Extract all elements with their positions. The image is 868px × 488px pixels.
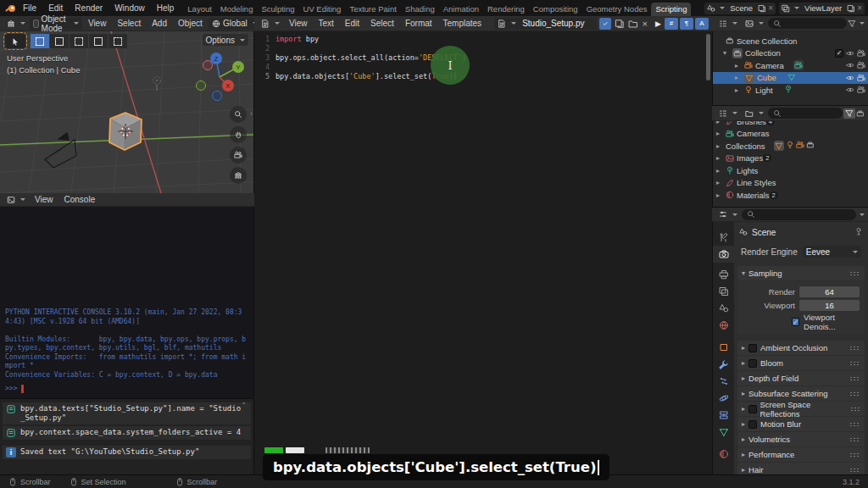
drag-grip-icon[interactable] (849, 346, 860, 351)
expand-icon[interactable]: ▸ (735, 62, 742, 69)
camera-restrict-icon[interactable] (857, 61, 865, 69)
panel-ambient-occlusion[interactable]: ▸Ambient Occlusion (737, 341, 865, 355)
unlink-text-icon[interactable]: × (643, 19, 648, 29)
editor-type-selector[interactable] (258, 18, 283, 30)
menu-view[interactable]: View (284, 19, 313, 28)
outliner[interactable]: Scene Collection ▾ Collection ✓ ▸ Camera (712, 31, 868, 105)
tab-tool[interactable] (713, 229, 735, 246)
chevron-down-icon[interactable]: ⌄ (241, 398, 247, 406)
workspace-tab-modeling[interactable]: Modeling (216, 3, 258, 16)
drag-grip-icon[interactable] (849, 422, 860, 427)
camera-view-button[interactable] (230, 147, 247, 164)
ambient-occlusion-checkbox[interactable] (748, 344, 757, 352)
tab-object[interactable] (713, 339, 735, 356)
drag-grip-icon[interactable] (849, 391, 860, 396)
panel-volumetrics[interactable]: ▸Volumetrics (737, 432, 865, 446)
tab-material[interactable] (713, 446, 735, 463)
tab-render[interactable] (713, 246, 735, 263)
filter-type-selector[interactable] (742, 18, 767, 30)
menu-render[interactable]: Render (69, 3, 108, 13)
tab-object-data[interactable] (713, 424, 735, 441)
workspace-tab-geometry-nodes[interactable]: Geometry Nodes (582, 3, 652, 16)
options-dropdown[interactable]: Options (203, 34, 248, 46)
menu-edit[interactable]: Edit (340, 19, 364, 28)
editor-type-selector[interactable] (3, 18, 29, 30)
pan-button[interactable] (230, 126, 247, 143)
menu-add[interactable]: Add (147, 19, 172, 28)
sidebar-toggle-icon[interactable]: ‹ (250, 109, 253, 118)
python-console[interactable]: PYTHON INTERACTIVE CONSOLE 3.10.2 (main,… (0, 207, 254, 398)
info-log[interactable]: ⌄ bpy.data.texts["Studio_Setup.py"].name… (0, 398, 254, 475)
ortho-toggle-button[interactable] (230, 167, 247, 184)
workspace-tab-layout[interactable]: Layout (183, 3, 216, 16)
blend-row-line-styles[interactable]: ▸ Line Styles (713, 177, 868, 190)
expand-icon[interactable]: ▸ (716, 130, 723, 137)
menu-help[interactable]: Help (151, 3, 181, 13)
display-mode-selector[interactable] (715, 108, 741, 119)
panel-screen-space-reflections[interactable]: ▸Screen Space Reflections (737, 402, 865, 416)
expand-icon[interactable]: ▾ (723, 49, 730, 57)
purge-icon[interactable] (856, 109, 865, 118)
select-mode-extend-button[interactable] (50, 34, 69, 48)
collection-checkbox[interactable]: ✓ (835, 49, 843, 58)
drag-grip-icon[interactable] (849, 437, 860, 442)
drag-grip-icon[interactable] (849, 376, 860, 381)
run-script-button[interactable]: ▶ (655, 19, 661, 28)
info-row[interactable]: bpy.context.space_data.system_folders_ac… (3, 426, 251, 440)
viewport-samples-field[interactable]: 16 (799, 300, 860, 311)
blend-file-outliner[interactable]: ▸ Brushes 4 ▸ Cameras ▸ Collections ▸ Im… (712, 121, 868, 207)
tab-constraints[interactable] (713, 407, 735, 424)
new-scene-icon[interactable] (758, 4, 766, 13)
workspace-tab-texture-paint[interactable]: Texture Paint (345, 3, 400, 16)
menu-select[interactable]: Select (365, 19, 399, 28)
menu-templates[interactable]: Templates (438, 19, 487, 28)
open-text-icon[interactable] (628, 19, 638, 29)
expand-icon[interactable]: ▸ (716, 179, 723, 186)
workspace-tab-compositing[interactable]: Compositing (529, 3, 582, 16)
navigation-gizmo[interactable]: Z Y X (194, 48, 248, 103)
tab-scene[interactable] (713, 300, 735, 317)
render-samples-field[interactable]: 64 (799, 286, 860, 297)
outliner-search-input[interactable] (768, 18, 847, 29)
line-numbers-toggle[interactable]: # (665, 18, 678, 30)
outliner-row-cube[interactable]: ▸ Cube (713, 72, 868, 85)
text-editor-scrollbar[interactable] (706, 34, 710, 80)
eye-icon[interactable] (846, 74, 854, 82)
zoom-button[interactable] (230, 106, 247, 123)
blend-row-cameras[interactable]: ▸ Cameras (713, 128, 868, 141)
bloom-checkbox[interactable] (748, 359, 757, 368)
menu-text[interactable]: Text (314, 19, 339, 28)
eye-icon[interactable] (846, 49, 854, 58)
menu-file[interactable]: File (17, 3, 42, 13)
viewport-denoising-checkbox[interactable]: ✓ (792, 318, 799, 326)
mode-selector[interactable]: Object Mode (30, 18, 82, 30)
menu-select[interactable]: Select (112, 19, 146, 28)
properties-editor[interactable]: Scene Render Engine Eevee ▾ Sampling Ren… (734, 222, 868, 474)
outliner-row-camera[interactable]: ▸ Camera (713, 59, 868, 72)
expand-icon[interactable]: ▸ (716, 167, 723, 175)
editor-type-selector[interactable] (715, 208, 741, 220)
blend-row-brushes[interactable]: ▸ Brushes 4 (713, 121, 868, 128)
select-mode-set-button[interactable] (31, 34, 49, 48)
tab-physics[interactable] (713, 390, 735, 407)
scene-selector[interactable]: Scene × (704, 3, 776, 14)
blend-row-lights[interactable]: ▸ Lights (713, 164, 868, 177)
camera-restrict-icon[interactable] (857, 86, 865, 94)
viewport-3d[interactable]: Options User Perspective (1) Collection … (0, 31, 254, 193)
menu-window[interactable]: Window (108, 3, 151, 13)
blend-row-collections[interactable]: ▸ Collections (713, 140, 868, 152)
panel-performance[interactable]: ▸Performance (737, 447, 865, 462)
view-layer-selector[interactable]: ViewLayer × (779, 3, 865, 14)
gizmo-neg-y[interactable] (197, 81, 206, 91)
select-mode-subtract-button[interactable] (70, 34, 88, 48)
new-text-icon[interactable] (615, 19, 625, 29)
tab-modifiers[interactable] (713, 356, 735, 373)
outliner-row-collection[interactable]: ▾ Collection ✓ (713, 47, 868, 60)
expand-icon[interactable]: ▸ (735, 74, 742, 81)
unlink-scene-icon[interactable]: × (768, 4, 773, 13)
text-datablock[interactable]: Studio_Setup.py (494, 18, 596, 30)
tab-view-layer[interactable] (713, 283, 735, 300)
camera-object[interactable] (45, 133, 76, 168)
panel-subsurface-scattering[interactable]: ▸Subsurface Scattering (737, 386, 865, 401)
ssr-checkbox[interactable] (748, 405, 756, 413)
